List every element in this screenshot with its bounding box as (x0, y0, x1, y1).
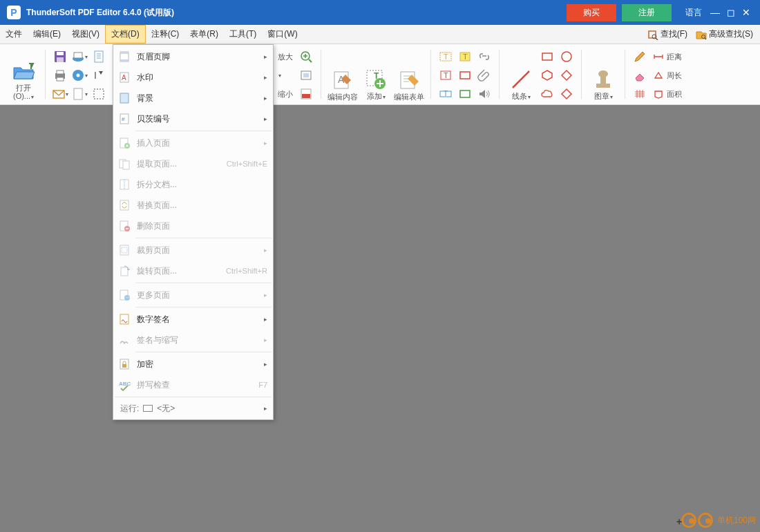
initials-icon (118, 334, 131, 346)
save-button[interactable] (52, 48, 68, 65)
insert-page-icon (118, 137, 131, 149)
svg-rect-10 (57, 77, 64, 81)
edit-content-button[interactable]: A 编辑内容 (326, 47, 359, 101)
menu-bates[interactable]: # 贝茨编号▸ (113, 108, 273, 129)
hexagon-button[interactable] (539, 67, 555, 84)
menu-crop-page: 裁剪页面▸ (113, 240, 273, 260)
printer-icon (53, 68, 67, 82)
highlight-button[interactable]: T (457, 48, 473, 65)
menu-window[interactable]: 窗口(W) (262, 25, 303, 44)
sound-button[interactable] (476, 86, 493, 102)
find-button[interactable]: 查找(F) (645, 28, 690, 40)
green-rect-icon (458, 87, 472, 101)
open-button[interactable]: 打开(O)...▾ (7, 47, 40, 101)
rotate-icon (118, 265, 131, 277)
pdf-badge-icon (299, 87, 313, 101)
cloud-button[interactable] (539, 86, 555, 102)
menu-view[interactable]: 视图(V) (66, 25, 105, 44)
lines-button[interactable]: 线条▾ (504, 47, 538, 101)
fit-page-button[interactable] (298, 67, 314, 84)
menu-digital-signature[interactable]: 数字签名▸ (113, 309, 273, 330)
perimeter-icon (653, 70, 664, 81)
add-button[interactable]: T 添加▾ (359, 47, 392, 101)
menu-run-row[interactable]: 运行: <无> ▸ (113, 399, 273, 418)
diamond-icon (560, 68, 573, 82)
region-select-button[interactable] (91, 86, 107, 102)
speaker-icon (477, 87, 491, 101)
red-box-button[interactable] (457, 67, 473, 84)
svg-rect-78 (122, 364, 126, 368)
menu-comment[interactable]: 注释(C) (146, 25, 185, 44)
svg-text:I: I (94, 70, 97, 81)
buy-button[interactable]: 购买 (567, 4, 616, 21)
edit-form-button[interactable]: 编辑表单 (392, 47, 426, 101)
menu-split-doc: 拆分文档... (113, 174, 273, 195)
language-button[interactable]: 语言 (685, 7, 702, 19)
area-button[interactable]: 面积 (651, 86, 684, 102)
red-rect-icon (458, 68, 472, 82)
svg-rect-17 (95, 51, 103, 62)
lock-icon (118, 358, 131, 370)
distance-button[interactable]: 距离 (651, 48, 684, 65)
zoom-value-row[interactable]: ▾ (276, 67, 295, 84)
text-frame-icon: T (439, 68, 453, 82)
green-box-button[interactable] (457, 86, 473, 102)
email-button[interactable]: ▾ (52, 86, 68, 102)
hatch-button[interactable] (631, 86, 648, 102)
ocr-button[interactable] (298, 86, 314, 102)
pencil-icon (633, 50, 647, 64)
menu-file[interactable]: 文件 (0, 25, 28, 44)
scan-button[interactable]: ▾ (71, 48, 88, 65)
perimeter-button[interactable]: 周长 (651, 67, 684, 84)
register-button[interactable]: 注册 (622, 4, 672, 21)
attach-button[interactable] (476, 67, 493, 84)
rect-shape-button[interactable] (539, 48, 555, 65)
close-icon[interactable]: ✕ (742, 7, 750, 18)
menu-encrypt[interactable]: 加密▸ (113, 354, 273, 374)
import-doc-icon (92, 50, 106, 64)
diamond-button[interactable] (558, 67, 575, 84)
zoom-out-row[interactable]: 缩小 (276, 86, 295, 102)
circle-button[interactable] (558, 48, 575, 65)
fit-width-button[interactable] (298, 48, 314, 65)
text-field-button[interactable]: T (437, 86, 454, 102)
svg-rect-41 (460, 91, 470, 97)
stamp-button[interactable]: 图章▾ (587, 47, 620, 101)
menu-sign-initials: 签名与缩写▸ (113, 330, 273, 350)
disc-button[interactable]: ▾ (71, 67, 88, 84)
text-box-button[interactable]: T (437, 48, 454, 65)
menu-document[interactable]: 文档(D) (105, 25, 146, 44)
open-folder-icon (12, 61, 35, 82)
maximize-icon[interactable]: ◻ (727, 7, 735, 18)
zoom-in-row[interactable]: 放大 (276, 48, 295, 65)
from-file-button[interactable] (91, 48, 107, 65)
text-select-button[interactable]: I (91, 67, 107, 84)
eraser-button[interactable] (631, 67, 648, 84)
menu-watermark[interactable]: A 水印▸ (113, 67, 273, 88)
text-frame-button[interactable]: T (437, 67, 454, 84)
new-page-button[interactable]: ▾ (71, 86, 88, 102)
menu-header-footer[interactable]: 页眉页脚▸ (113, 46, 273, 67)
menu-edit[interactable]: 编辑(E) (28, 25, 66, 44)
cloud-icon (540, 87, 554, 101)
hexagon-icon (540, 68, 554, 82)
menu-background[interactable]: 背景▸ (113, 88, 273, 108)
diamond2-button[interactable] (558, 86, 575, 102)
edit-content-icon: A (332, 69, 354, 91)
area-icon (653, 88, 664, 99)
menu-form[interactable]: 表单(R) (184, 25, 224, 44)
pencil-button[interactable] (631, 48, 648, 65)
link-button[interactable] (476, 48, 493, 65)
add-icon: T (365, 68, 387, 91)
minimize-icon[interactable]: ― (710, 7, 720, 18)
distance-icon (653, 51, 664, 62)
svg-marker-44 (542, 70, 552, 80)
menu-tool[interactable]: 工具(T) (224, 25, 262, 44)
marquee-icon (92, 87, 106, 101)
print-button[interactable] (52, 67, 68, 84)
svg-rect-9 (57, 70, 64, 74)
rectangle-icon (540, 50, 554, 64)
svg-marker-46 (562, 70, 571, 80)
svg-rect-48 (596, 84, 610, 88)
advanced-find-button[interactable]: 高级查找(S) (693, 28, 756, 40)
